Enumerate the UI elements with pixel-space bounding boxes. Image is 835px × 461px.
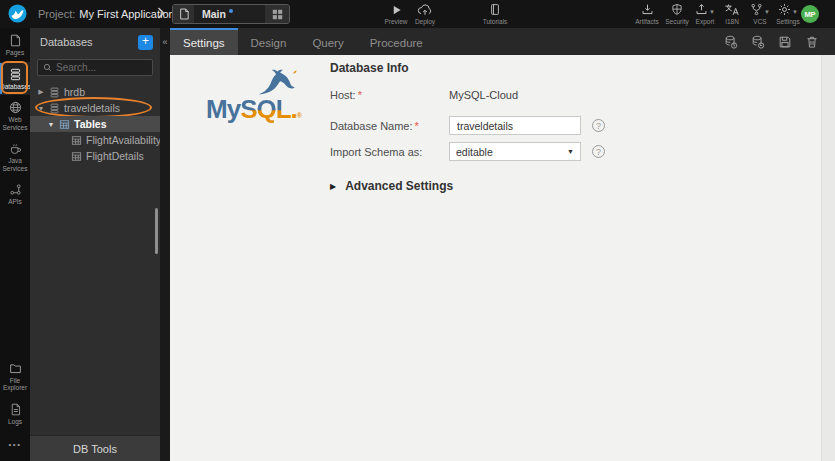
- mysql-dot: .: [291, 94, 297, 124]
- database-icon: [49, 87, 60, 98]
- db-tools-button[interactable]: DB Tools: [30, 435, 160, 461]
- sidebar-item-databases[interactable]: Databases: [0, 62, 30, 96]
- database-icon: [49, 103, 60, 114]
- search-input[interactable]: [56, 62, 147, 73]
- tree-item-label: FlightDetails: [86, 150, 144, 162]
- help-icon[interactable]: ?: [592, 119, 605, 132]
- tree-item-flightavailability[interactable]: FlightAvailability: [30, 132, 160, 148]
- tree-item-label: hrdb: [64, 86, 85, 98]
- active-indicator: [0, 63, 2, 95]
- deploy-label: Deploy: [415, 18, 435, 25]
- settings-label: Settings: [776, 18, 800, 25]
- project-breadcrumb: Project: My First Application: [38, 8, 175, 20]
- tables-folder-icon: [59, 119, 70, 130]
- preview-label: Preview: [384, 18, 407, 25]
- database-search-box[interactable]: [37, 59, 153, 76]
- mysql-wordmark: MySQL.®: [206, 94, 326, 125]
- mysql-dolphin-icon: [254, 61, 302, 97]
- database-info-form: Database Info Host:* MySQL-Cloud Databas…: [330, 61, 605, 193]
- wavemaker-logo-icon[interactable]: [8, 4, 27, 23]
- open-page-tab[interactable]: Main: [172, 4, 290, 24]
- save-icon[interactable]: [778, 35, 792, 49]
- sidebar-item-pages[interactable]: Pages: [0, 28, 30, 62]
- mysql-trademark: ®: [297, 112, 301, 119]
- java-services-coffee-icon: [9, 142, 22, 155]
- search-icon: [43, 63, 52, 72]
- update-database-icon[interactable]: [751, 35, 765, 49]
- databases-panel: Databases + ▶ hrdb ▼ traveldetails ▼ Tab…: [30, 28, 160, 461]
- tree-item-tables[interactable]: ▼ Tables: [30, 116, 160, 132]
- i18n-translate-icon: [724, 3, 740, 16]
- tree-item-label: traveldetails: [64, 102, 120, 114]
- editor-tab-bar: Settings Design Query Procedure: [170, 28, 835, 55]
- expand-right-icon: ▶: [330, 182, 336, 191]
- expand-down-icon[interactable]: ▼: [47, 121, 55, 128]
- sidebar-more-button[interactable]: •••: [0, 430, 30, 461]
- page-file-icon: [173, 5, 194, 23]
- sidebar-spacer: [0, 211, 30, 356]
- database-name-label: Database Name:*: [330, 120, 449, 132]
- import-schema-select[interactable]: editable ▼: [449, 142, 581, 161]
- sidebar-item-label: Pages: [0, 49, 30, 57]
- content-scrollbar[interactable]: [821, 55, 835, 461]
- import-schema-row: Import Schema as: editable ▼ ?: [330, 142, 605, 161]
- sidebar-item-apis[interactable]: APIs: [0, 177, 30, 211]
- tab-settings[interactable]: Settings: [170, 28, 238, 55]
- artifacts-label: Artifacts: [635, 18, 658, 25]
- table-icon: [71, 135, 82, 146]
- select-caret-icon: ▼: [567, 148, 574, 155]
- expand-down-icon[interactable]: ▼: [37, 105, 45, 112]
- delete-icon[interactable]: [805, 35, 819, 49]
- artifacts-download-icon: [641, 3, 654, 16]
- panel-scrollbar[interactable]: [155, 208, 158, 254]
- security-label: Security: [665, 18, 688, 25]
- tab-design[interactable]: Design: [238, 28, 300, 55]
- host-row: Host:* MySQL-Cloud: [330, 89, 605, 101]
- sidebar-item-file-explorer[interactable]: File Explorer: [0, 356, 30, 397]
- sidebar-item-java-services[interactable]: Java Services: [0, 136, 30, 177]
- tutorials-label: Tutorials: [483, 18, 508, 25]
- required-asterisk: *: [358, 89, 362, 101]
- user-avatar[interactable]: MP: [801, 5, 819, 23]
- host-label: Host:*: [330, 89, 449, 101]
- panel-divider: «: [160, 28, 170, 461]
- deploy-button[interactable]: Deploy: [407, 3, 443, 25]
- tree-item-flightdetails[interactable]: FlightDetails: [30, 148, 160, 164]
- page-switcher-grid-icon[interactable]: [265, 5, 289, 23]
- reimport-database-icon[interactable]: [724, 35, 738, 49]
- tutorials-button[interactable]: Tutorials: [477, 3, 513, 25]
- panel-header: Databases +: [30, 28, 160, 53]
- add-database-button[interactable]: +: [138, 35, 153, 50]
- collapse-panel-button[interactable]: «: [160, 37, 170, 47]
- sidebar-item-label: Web Services: [0, 116, 30, 131]
- settings-gear-icon: [778, 3, 791, 16]
- logs-document-icon: [9, 403, 22, 416]
- export-upload-icon: [695, 3, 708, 16]
- advanced-settings-label: Advanced Settings: [345, 179, 453, 193]
- tab-actions: [724, 28, 835, 55]
- web-services-globe-icon: [9, 101, 22, 114]
- sidebar-item-web-services[interactable]: Web Services: [0, 95, 30, 136]
- tree-item-label: Tables: [74, 118, 106, 130]
- preview-play-icon: [391, 3, 402, 16]
- file-explorer-folder-icon: [9, 362, 22, 375]
- page-tab-label: Main: [194, 5, 265, 23]
- expand-right-icon[interactable]: ▶: [37, 88, 45, 96]
- mysql-word-sql: SQL: [240, 94, 290, 124]
- tab-procedure[interactable]: Procedure: [357, 28, 436, 55]
- advanced-settings-toggle[interactable]: ▶ Advanced Settings: [330, 179, 605, 193]
- page-name: Main: [202, 8, 226, 20]
- mysql-logo: MySQL.®: [206, 61, 326, 125]
- tree-item-hrdb[interactable]: ▶ hrdb: [30, 84, 160, 100]
- deploy-cloud-icon: [417, 3, 433, 16]
- tab-query[interactable]: Query: [299, 28, 356, 55]
- database-name-input[interactable]: [449, 116, 581, 135]
- sidebar-item-logs[interactable]: Logs: [0, 397, 30, 431]
- help-icon[interactable]: ?: [592, 145, 605, 158]
- tutorials-book-icon: [489, 3, 501, 16]
- settings-content: MySQL.® Database Info Host:* MySQL-Cloud…: [170, 55, 835, 461]
- breadcrumb-chevron-icon: [157, 7, 165, 19]
- tree-item-traveldetails[interactable]: ▼ traveldetails: [30, 100, 160, 116]
- sidebar-item-label: Databases: [0, 83, 30, 91]
- database-name-row: Database Name:* ?: [330, 116, 605, 135]
